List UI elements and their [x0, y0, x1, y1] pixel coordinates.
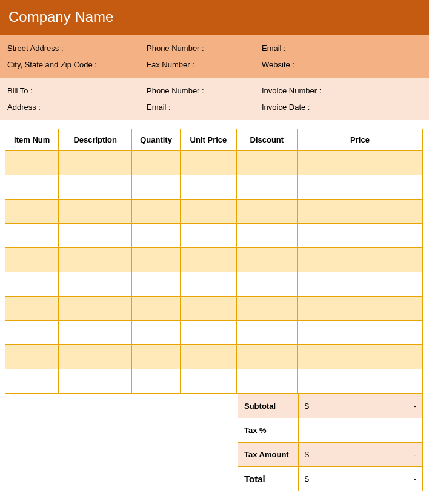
- tax-amt-currency: $: [305, 450, 309, 459]
- label-street: Street Address :: [6, 40, 145, 56]
- total-label: Total: [238, 467, 299, 491]
- item-row[interactable]: [5, 224, 423, 248]
- item-row[interactable]: [5, 175, 423, 200]
- item-row[interactable]: [5, 272, 423, 297]
- tax-amt-row: Tax Amount $ -: [238, 443, 423, 467]
- tax-pct-row: Tax %: [238, 418, 423, 443]
- col-quantity: Quantity: [131, 129, 180, 151]
- label-city: City, State and Zip Code :: [6, 56, 145, 73]
- label-bill-address: Address :: [6, 99, 145, 115]
- company-name-header: Company Name: [0, 0, 429, 35]
- total-value: $ -: [298, 467, 422, 491]
- item-row[interactable]: [5, 151, 423, 175]
- items-table: Item Num Description Quantity Unit Price…: [5, 129, 423, 394]
- subtotal-label: Subtotal: [238, 394, 299, 418]
- col-item-num: Item Num: [5, 129, 59, 151]
- label-invoice-date: Invoice Date :: [261, 99, 423, 115]
- label-email: Email :: [261, 40, 423, 56]
- item-row[interactable]: [5, 297, 423, 321]
- subtotal-value: $ -: [298, 394, 422, 418]
- item-row[interactable]: [5, 200, 423, 224]
- total-row: Total $ -: [238, 467, 423, 491]
- company-info-block: Street Address : Phone Number : Email : …: [0, 35, 429, 78]
- tax-pct-label: Tax %: [238, 418, 299, 443]
- item-row[interactable]: [5, 369, 423, 394]
- tax-pct-value[interactable]: [298, 418, 422, 443]
- tax-amt-label: Tax Amount: [238, 443, 299, 467]
- total-amount: -: [414, 474, 416, 483]
- label-website: Website :: [261, 56, 423, 73]
- label-invoice-no: Invoice Number :: [261, 82, 423, 99]
- company-name-text: Company Name: [8, 8, 113, 25]
- subtotal-currency: $: [305, 402, 309, 411]
- label-phone: Phone Number :: [145, 40, 261, 56]
- col-discount: Discount: [236, 129, 297, 151]
- label-bill-email: Email :: [145, 99, 261, 115]
- item-row[interactable]: [5, 321, 423, 345]
- items-header-row: Item Num Description Quantity Unit Price…: [5, 129, 423, 151]
- label-bill-phone: Phone Number :: [145, 82, 261, 99]
- item-row[interactable]: [5, 248, 423, 272]
- subtotal-amount: -: [414, 402, 416, 411]
- tax-amt-amount: -: [414, 450, 416, 459]
- col-price: Price: [298, 129, 423, 151]
- subtotal-row: Subtotal $ -: [238, 394, 423, 418]
- bill-to-block: Bill To : Phone Number : Invoice Number …: [0, 78, 429, 120]
- totals-table: Subtotal $ - Tax % Tax Amount $ - Total …: [238, 394, 423, 491]
- label-fax: Fax Number :: [145, 56, 261, 73]
- tax-amt-value: $ -: [298, 443, 422, 467]
- label-bill-to: Bill To :: [6, 82, 145, 99]
- total-currency: $: [305, 474, 309, 483]
- col-description: Description: [59, 129, 132, 151]
- col-unit-price: Unit Price: [181, 129, 236, 151]
- item-row[interactable]: [5, 345, 423, 369]
